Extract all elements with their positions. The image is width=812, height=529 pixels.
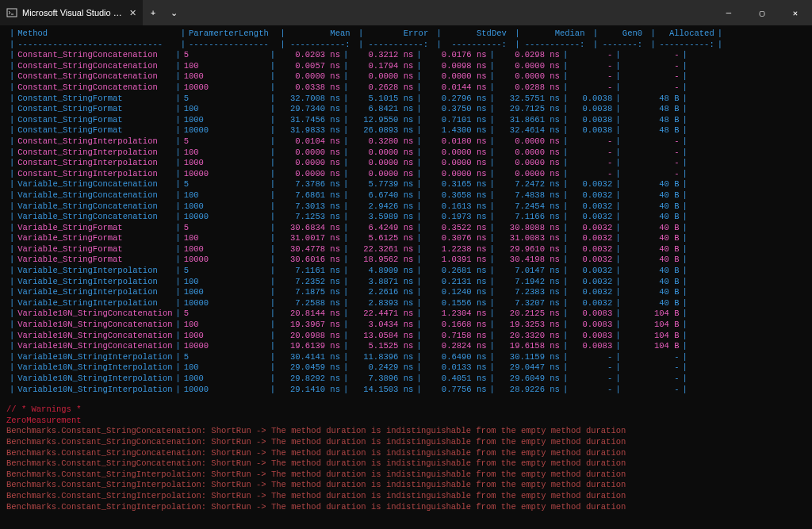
table-row: |Variable_StringFormat|5|30.6834 ns|6.42… [6,223,806,234]
cell-alloc: 40 B [624,233,680,244]
new-tab-button[interactable]: + [143,0,163,25]
cell-gen0: 0.0083 [571,320,612,331]
cell-error: 0.1794 ns [351,61,413,72]
table-row: |Variable10N_StringConcatenation|1000|20… [6,331,806,342]
cell-mean: 0.0000 ns [278,158,340,169]
table-row: |Constant_StringFormat|1000|31.7456 ns|1… [6,115,806,126]
cell-mean: 29.7340 ns [278,104,340,115]
cell-median: 7.1166 ns [498,212,560,223]
cell-alloc: - [624,71,680,82]
cell-median: 30.8088 ns [498,223,560,234]
warning-line: Benchmarks.Constant_StringInterpolation:… [6,480,806,491]
table-row: |Variable10N_StringConcatenation|10000|1… [6,341,806,352]
cell-mean: 31.9833 ns [278,125,340,136]
close-window-button[interactable]: ✕ [779,8,812,18]
cell-stddev: 0.1973 ns [425,212,487,223]
cell-stddev: 0.0176 ns [425,50,487,61]
cell-param: 10000 [184,125,267,136]
cell-param: 10000 [184,255,267,266]
cell-param: 1000 [184,244,267,255]
cell-gen0: 0.0032 [571,201,612,213]
table-row: |Constant_StringInterpolation|1000|0.000… [6,158,806,169]
cell-param: 1000 [184,158,267,169]
cell-method: Constant_StringConcatenation [17,61,172,72]
cell-median: 7.3207 ns [498,298,560,309]
cell-median: 0.0000 ns [498,136,560,148]
terminal-output[interactable]: |Method |ParamerterLength |Mean |Error |… [0,25,812,529]
table-row: |Constant_StringFormat|5|32.7008 ns|5.10… [6,94,806,105]
cell-alloc: 40 B [624,244,680,255]
cell-alloc: 40 B [624,223,680,234]
cell-mean: 7.3013 ns [278,201,340,213]
tab-area: Microsoft Visual Studio Debug... ✕ + ⌄ [0,0,184,25]
cell-mean: 30.4778 ns [278,244,340,255]
cell-mean: 0.0338 ns [278,82,340,94]
warning-line: Benchmarks.Constant_StringConcatenation:… [6,426,806,437]
cell-error: 2.2616 ns [351,287,413,298]
cell-gen0: 0.0038 [571,104,612,115]
table-row: |Constant_StringInterpolation|5|0.0104 n… [6,136,806,148]
cell-gen0: - [571,71,612,82]
cell-param: 100 [184,148,267,159]
cell-param: 1000 [184,71,267,82]
table-row: |Variable_StringInterpolation|100|7.2352… [6,277,806,288]
window-titlebar: Microsoft Visual Studio Debug... ✕ + ⌄ —… [0,0,812,25]
cell-gen0: 0.0083 [571,309,612,320]
cell-param: 5 [184,136,267,148]
cell-mean: 0.0203 ns [278,50,340,61]
cell-method: Constant_StringFormat [17,115,172,126]
cell-mean: 30.6016 ns [278,255,340,266]
cell-method: Variable_StringConcatenation [17,190,172,201]
cell-error: 0.2628 ns [351,82,413,94]
cell-alloc: - [624,136,680,148]
cell-param: 10000 [184,169,267,180]
cell-median: 19.6158 ns [498,341,560,352]
cell-alloc: - [624,158,680,169]
cell-method: Variable_StringInterpolation [17,277,172,288]
cell-alloc: 104 B [624,309,680,320]
cell-stddev: 1.4300 ns [425,125,487,136]
cell-mean: 0.0000 ns [278,148,340,159]
cell-mean: 7.2588 ns [278,298,340,309]
close-tab-icon[interactable]: ✕ [129,8,136,18]
table-row: |Variable_StringConcatenation|100|7.6861… [6,190,806,201]
cell-median: 29.9610 ns [498,244,560,255]
table-row: |Variable10N_StringInterpolation|1000|29… [6,374,806,385]
cell-gen0: 0.0083 [571,331,612,342]
cell-stddev: 0.1613 ns [425,201,487,213]
cell-stddev: 0.3165 ns [425,179,487,190]
cell-alloc: 40 B [624,287,680,298]
cell-stddev: 0.2681 ns [425,266,487,277]
cell-method: Constant_StringFormat [17,94,172,105]
table-row: |Variable10N_StringInterpolation|5|30.41… [6,352,806,363]
cell-alloc: - [624,169,680,180]
cell-alloc: - [624,50,680,61]
cell-gen0: 0.0032 [571,233,612,244]
cell-param: 5 [184,179,267,190]
cell-stddev: 0.2824 ns [425,341,487,352]
minimize-button[interactable]: — [712,8,745,17]
cell-error: 11.8396 ns [351,352,413,363]
cell-mean: 7.2352 ns [278,277,340,288]
cell-param: 100 [184,233,267,244]
cell-method: Variable_StringInterpolation [17,266,172,277]
cell-error: 6.4249 ns [351,223,413,234]
cell-error: 2.8393 ns [351,298,413,309]
tab-dropdown-button[interactable]: ⌄ [163,0,184,25]
cell-error: 0.0000 ns [351,158,413,169]
maximize-button[interactable]: ▢ [745,8,779,18]
warning-line: Benchmarks.Constant_StringInterpolation:… [6,470,806,481]
cell-alloc: 40 B [624,190,680,201]
cell-error: 18.9562 ns [351,255,413,266]
cell-param: 5 [184,352,267,363]
cell-median: 7.2472 ns [498,179,560,190]
cell-method: Constant_StringConcatenation [17,71,172,82]
cell-mean: 7.1161 ns [278,266,340,277]
cell-stddev: 0.0000 ns [425,71,487,82]
cell-alloc: 40 B [624,266,680,277]
cell-median: 0.0000 ns [498,61,560,72]
cell-alloc: 48 B [624,125,680,136]
active-tab[interactable]: Microsoft Visual Studio Debug... ✕ [0,0,143,25]
cell-gen0: - [571,362,612,374]
cell-mean: 0.0104 ns [278,136,340,148]
